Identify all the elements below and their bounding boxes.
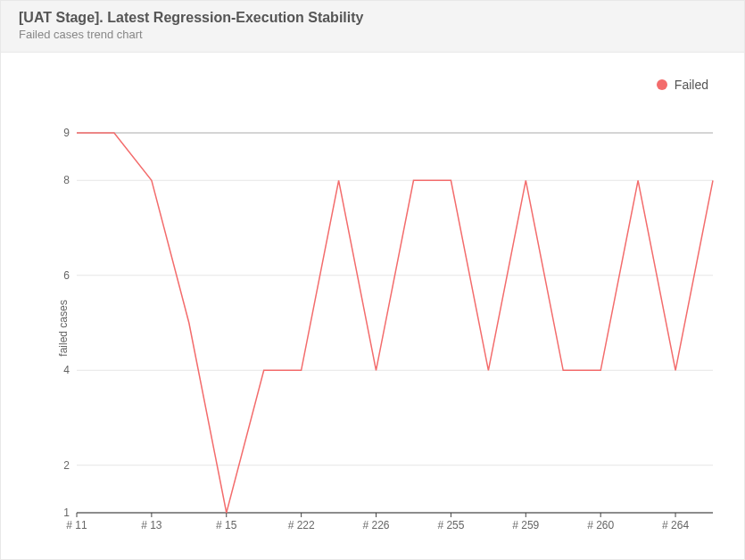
x-tick-label: # 264: [662, 519, 689, 531]
y-tick-label: 8: [63, 174, 70, 186]
chart-legend: Failed: [657, 78, 708, 92]
chart-plot-area[interactable]: failed cases 124689# 11# 13# 15# 222# 22…: [50, 124, 722, 532]
y-tick-label: 1: [63, 506, 70, 519]
legend-label-failed: Failed: [675, 78, 708, 92]
x-tick-label: # 255: [437, 519, 464, 531]
series-line-failed: [77, 133, 713, 513]
x-tick-label: # 260: [587, 519, 614, 531]
x-tick-label: # 259: [512, 519, 539, 531]
x-tick-label: # 13: [141, 519, 162, 531]
x-tick-label: # 226: [363, 519, 390, 531]
widget-body: Failed failed cases 124689# 11# 13# 15# …: [1, 53, 744, 559]
widget-title: [UAT Stage]. Latest Regression-Execution…: [19, 10, 726, 26]
legend-marker-failed: [657, 79, 667, 90]
chart-svg: 124689# 11# 13# 15# 222# 226# 255# 259# …: [50, 124, 722, 532]
y-axis-label: failed cases: [57, 300, 70, 356]
y-tick-label: 9: [63, 127, 70, 139]
widget-subtitle: Failed cases trend chart: [19, 28, 726, 41]
x-tick-label: # 222: [288, 519, 315, 531]
y-tick-label: 2: [63, 459, 70, 472]
widget-header: [UAT Stage]. Latest Regression-Execution…: [1, 1, 744, 53]
x-tick-label: # 15: [216, 519, 237, 531]
x-tick-label: # 11: [66, 519, 87, 531]
y-tick-label: 6: [63, 269, 70, 282]
y-tick-label: 4: [63, 364, 70, 376]
chart-widget: [UAT Stage]. Latest Regression-Execution…: [0, 0, 745, 560]
